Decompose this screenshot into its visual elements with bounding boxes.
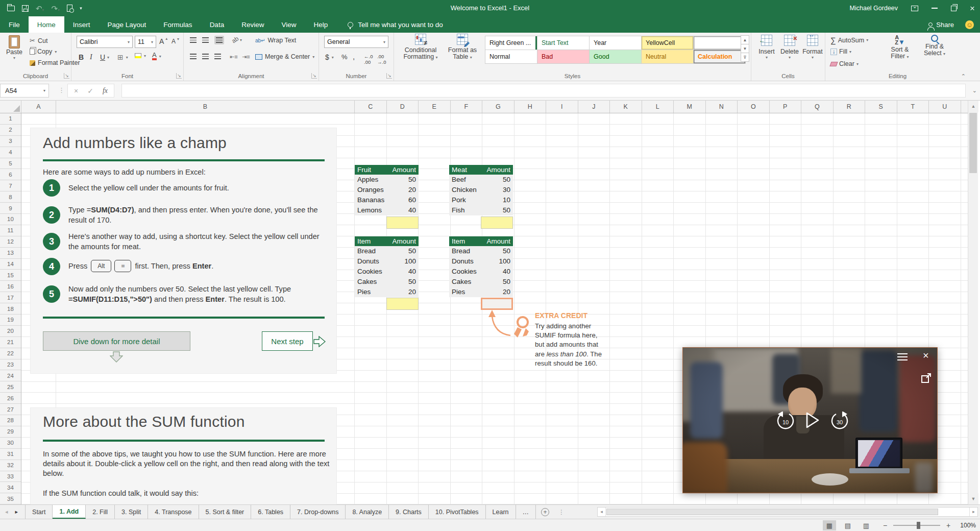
column-header-T[interactable]: T bbox=[897, 101, 929, 113]
video-menu-icon[interactable] bbox=[897, 353, 908, 363]
vertical-scrollbar[interactable]: ▲ ▼ bbox=[968, 101, 978, 504]
close-icon[interactable]: × bbox=[970, 4, 975, 13]
column-header-R[interactable]: R bbox=[834, 101, 866, 113]
column-header-L[interactable]: L bbox=[642, 101, 674, 113]
ribbon-tab-insert[interactable]: Insert bbox=[64, 16, 99, 33]
grow-font-button[interactable]: A▴ bbox=[159, 37, 168, 45]
ribbon-tab-view[interactable]: View bbox=[273, 16, 305, 33]
share-button[interactable]: Share bbox=[928, 21, 954, 29]
column-header-B[interactable]: B bbox=[56, 101, 355, 113]
ribbon-tab-formulas[interactable]: Formulas bbox=[155, 16, 201, 33]
row-header-18[interactable]: 18 bbox=[0, 303, 21, 315]
column-header-J[interactable]: J bbox=[578, 101, 610, 113]
row-header-14[interactable]: 14 bbox=[0, 259, 21, 270]
column-header-F[interactable]: F bbox=[451, 101, 483, 113]
answer-cell-orange-items-right[interactable] bbox=[481, 298, 513, 310]
new-sheet-icon[interactable]: + bbox=[541, 508, 549, 516]
fill-button[interactable]: ↓Fill▾ bbox=[830, 48, 851, 55]
zoom-in-icon[interactable]: + bbox=[945, 521, 951, 529]
row-header-24[interactable]: 24 bbox=[0, 370, 21, 381]
cell-style-start-text[interactable]: Start Text bbox=[537, 36, 590, 50]
zoom-out-icon[interactable]: − bbox=[882, 521, 888, 529]
alignment-dialog-launcher[interactable]: ↘ bbox=[311, 73, 317, 79]
row-header-5[interactable]: 5 bbox=[0, 158, 21, 170]
font-family-select[interactable]: Calibri▾ bbox=[77, 36, 133, 48]
align-right-button[interactable] bbox=[214, 54, 221, 59]
merge-center-button[interactable]: Merge & Center▾ bbox=[255, 53, 314, 60]
video-player[interactable]: × 10 30 bbox=[682, 347, 938, 493]
collapse-ribbon-icon[interactable]: ⌃ bbox=[961, 73, 966, 80]
row-header-25[interactable]: 25 bbox=[0, 381, 21, 393]
sheet-canvas[interactable]: 1234567891011121314151617181920212223242… bbox=[0, 113, 968, 504]
tell-me-box[interactable]: Tell me what you want to do bbox=[348, 16, 443, 33]
dive-down-button[interactable]: Dive down for more detail bbox=[43, 331, 190, 351]
scroll-left-icon[interactable]: ◂ bbox=[598, 508, 606, 516]
video-close-icon[interactable]: × bbox=[923, 350, 929, 361]
user-name[interactable]: Michael Gordeev bbox=[850, 5, 898, 12]
horizontal-scrollbar[interactable]: ◂ ▸ bbox=[597, 507, 978, 517]
row-header-3[interactable]: 3 bbox=[0, 136, 21, 147]
row-header-12[interactable]: 12 bbox=[0, 236, 21, 248]
column-header-Q[interactable]: Q bbox=[801, 101, 834, 113]
cell-style-neutral[interactable]: Neutral bbox=[642, 50, 694, 64]
row-header-9[interactable]: 9 bbox=[0, 203, 21, 214]
column-header-P[interactable]: P bbox=[770, 101, 802, 113]
feedback-smiley-icon[interactable]: ☺ bbox=[965, 20, 974, 29]
row-header-10[interactable]: 10 bbox=[0, 214, 21, 225]
font-dialog-launcher[interactable]: ↘ bbox=[176, 73, 182, 79]
zoom-slider[interactable] bbox=[893, 525, 940, 526]
cell-style-normal[interactable]: Normal bbox=[485, 50, 537, 64]
decrease-indent-button[interactable]: ⇤≡ bbox=[230, 54, 238, 60]
column-header-I[interactable]: I bbox=[546, 101, 578, 113]
next-step-button[interactable]: Next step bbox=[262, 331, 313, 351]
sheet-tab-6-tables[interactable]: 6. Tables bbox=[251, 505, 290, 519]
orientation-button[interactable]: ab bbox=[230, 35, 240, 44]
format-cells-button[interactable]: ↔ Format▾ bbox=[802, 35, 823, 60]
sheet-scroll-right-icon[interactable]: ▸ bbox=[15, 509, 18, 515]
column-header-K[interactable]: K bbox=[610, 101, 642, 113]
italic-button[interactable]: I bbox=[90, 53, 92, 61]
select-all-corner[interactable] bbox=[0, 101, 21, 113]
row-header-31[interactable]: 31 bbox=[0, 449, 21, 460]
ribbon-tab-data[interactable]: Data bbox=[201, 16, 233, 33]
insert-function-icon[interactable]: fx bbox=[103, 87, 108, 95]
row-header-23[interactable]: 23 bbox=[0, 359, 21, 371]
increase-indent-button[interactable]: ⇥≡ bbox=[242, 54, 250, 60]
row-header-1[interactable]: 1 bbox=[0, 113, 21, 125]
row-header-28[interactable]: 28 bbox=[0, 415, 21, 426]
video-progress-bar[interactable] bbox=[683, 489, 697, 493]
sheet-tab-4-transpose[interactable]: 4. Transpose bbox=[148, 505, 199, 519]
shrink-font-button[interactable]: A▾ bbox=[172, 38, 180, 45]
cell-style-calculation[interactable]: Calculation bbox=[694, 50, 746, 64]
row-header-29[interactable]: 29 bbox=[0, 426, 21, 438]
column-header-N[interactable]: N bbox=[706, 101, 738, 113]
percent-style-button[interactable]: % bbox=[341, 53, 348, 61]
font-size-select[interactable]: 11▾ bbox=[135, 36, 156, 48]
row-header-33[interactable]: 33 bbox=[0, 471, 21, 482]
cancel-formula-icon[interactable]: × bbox=[74, 87, 78, 95]
sheet-tab-2-fill[interactable]: 2. Fill bbox=[86, 505, 115, 519]
answer-cell-yellow-fruit[interactable] bbox=[386, 216, 419, 229]
cell-style-yellowcell[interactable]: YellowCell bbox=[642, 36, 694, 50]
cut-button[interactable]: ✂Cut bbox=[30, 37, 47, 44]
sheet-tab-8-analyze[interactable]: 8. Analyze bbox=[346, 505, 389, 519]
fill-color-button[interactable]: ▾ bbox=[135, 53, 146, 58]
cell-style-year[interactable]: Year bbox=[590, 36, 642, 50]
styles-gallery-up-icon[interactable]: ▲ bbox=[741, 35, 749, 44]
decrease-decimal-button[interactable]: .00→.0 bbox=[377, 54, 386, 65]
ribbon-tab-home[interactable]: Home bbox=[29, 16, 64, 33]
row-header-20[interactable]: 20 bbox=[0, 326, 21, 337]
column-header-A[interactable]: A bbox=[21, 101, 56, 113]
autosum-button[interactable]: ∑AutoSum▾ bbox=[830, 36, 868, 44]
increase-decimal-button[interactable]: ←.0.00 bbox=[364, 54, 373, 65]
column-header-H[interactable]: H bbox=[514, 101, 547, 113]
align-center-button[interactable] bbox=[202, 54, 209, 59]
zoom-level[interactable]: 100% bbox=[957, 522, 976, 529]
cell-style-blank[interactable] bbox=[694, 36, 746, 50]
formula-input[interactable] bbox=[121, 84, 966, 98]
row-header-22[interactable]: 22 bbox=[0, 348, 21, 359]
sheet-tab-7-drop-downs[interactable]: 7. Drop-downs bbox=[290, 505, 346, 519]
underline-button[interactable]: U bbox=[100, 53, 105, 61]
styles-gallery-more-icon[interactable]: ⊽ bbox=[741, 53, 749, 62]
row-header-32[interactable]: 32 bbox=[0, 460, 21, 471]
